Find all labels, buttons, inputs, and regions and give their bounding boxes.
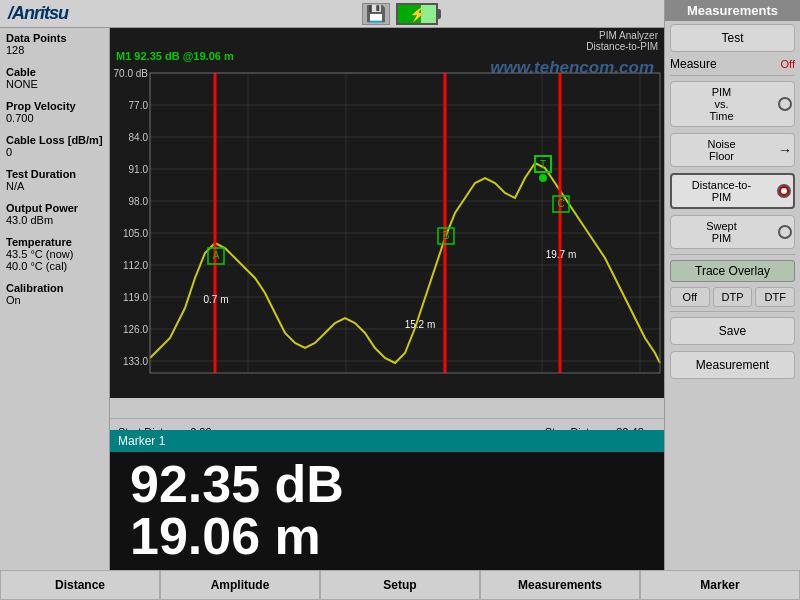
temperature-item: Temperature 43.5 °C (now) 40.0 °C (cal): [6, 236, 103, 272]
divider-3: [670, 311, 795, 312]
measurement-button[interactable]: Measurement: [670, 351, 795, 379]
output-power-item: Output Power 43.0 dBm: [6, 202, 103, 226]
pim-vs-time-radio[interactable]: [778, 97, 792, 111]
trace-overlay-label: Trace Overlay: [695, 264, 770, 278]
cable-item: Cable NONE: [6, 66, 103, 90]
measure-label: Measure: [670, 57, 777, 71]
svg-text:126.0: 126.0: [123, 324, 148, 335]
svg-text:77.0: 77.0: [129, 100, 149, 111]
prop-velocity-item: Prop Velocity 0.700: [6, 100, 103, 124]
svg-text:84.0: 84.0: [129, 132, 149, 143]
svg-point-40: [539, 174, 547, 182]
tab-distance[interactable]: Distance: [0, 570, 160, 600]
measure-row: Measure Off: [670, 57, 795, 71]
data-points-value: 128: [6, 44, 103, 56]
prop-velocity-value: 0.700: [6, 112, 103, 124]
tab-marker[interactable]: Marker: [640, 570, 800, 600]
svg-text:133.0: 133.0: [123, 356, 148, 367]
off-trace-button[interactable]: Off: [670, 287, 710, 307]
marker-m-value: 19.06 m: [130, 510, 321, 562]
svg-text:91.0: 91.0: [129, 164, 149, 175]
calibration-item: Calibration On: [6, 282, 103, 306]
battery-indicator: ⚡: [396, 3, 438, 25]
marker-db-value: 92.35 dB: [130, 458, 344, 510]
svg-text:105.0: 105.0: [123, 228, 148, 239]
noise-floor-button[interactable]: NoiseFloor →: [670, 133, 795, 167]
svg-text:119.0: 119.0: [123, 292, 148, 303]
save-button[interactable]: Save: [670, 317, 795, 345]
svg-text:A: A: [213, 250, 220, 261]
temperature-label: Temperature: [6, 236, 103, 248]
measure-value[interactable]: Off: [781, 58, 795, 70]
marker-info-header: Marker 1: [110, 430, 664, 452]
data-points-item: Data Points 128: [6, 32, 103, 56]
prop-velocity-label: Prop Velocity: [6, 100, 103, 112]
save-icon[interactable]: 💾: [362, 3, 390, 25]
cable-loss-item: Cable Loss [dB/m] 0: [6, 134, 103, 158]
bottom-tabs: Distance Amplitude Setup Measurements Ma…: [0, 570, 800, 600]
test-duration-label: Test Duration: [6, 168, 103, 180]
cable-loss-label: Cable Loss [dB/m]: [6, 134, 103, 146]
divider-1: [670, 75, 795, 76]
svg-text:C: C: [557, 198, 564, 209]
right-panel-title: Measurements: [665, 0, 800, 21]
noise-floor-label: NoiseFloor: [673, 138, 770, 162]
chart-svg[interactable]: 70.0 dB 77.0 84.0 91.0 98.0 105.0 112.0 …: [110, 28, 664, 398]
chart-container: PIM Analyzer Distance-to-PIM M1 92.35 dB…: [110, 28, 664, 398]
svg-text:98.0: 98.0: [129, 196, 149, 207]
svg-text:70.0 dB: 70.0 dB: [114, 68, 149, 79]
cable-value: NONE: [6, 78, 103, 90]
trace-buttons-row: Off DTP DTF: [670, 287, 795, 307]
swept-pim-button[interactable]: SweptPIM: [670, 215, 795, 249]
right-panel: Measurements Test Measure Off PIMvs.Time…: [664, 0, 800, 600]
distance-to-pim-radio[interactable]: [777, 184, 791, 198]
logo: /Anritsu: [0, 3, 76, 24]
output-power-label: Output Power: [6, 202, 103, 214]
pim-vs-time-button[interactable]: PIMvs.Time: [670, 81, 795, 127]
test-button[interactable]: Test: [670, 24, 795, 52]
svg-text:0.7 m: 0.7 m: [203, 294, 228, 305]
divider-2: [670, 254, 795, 255]
distance-to-pim-button[interactable]: Distance-to-PIM: [670, 173, 795, 209]
tab-amplitude[interactable]: Amplitude: [160, 570, 320, 600]
svg-text:B: B: [443, 230, 450, 241]
swept-pim-radio[interactable]: [778, 225, 792, 239]
marker-info-area: Marker 1 92.35 dB 19.06 m: [110, 430, 664, 570]
tab-setup[interactable]: Setup: [320, 570, 480, 600]
output-power-value: 43.0 dBm: [6, 214, 103, 226]
cable-label: Cable: [6, 66, 103, 78]
svg-text:19.7 m: 19.7 m: [546, 249, 577, 260]
header-icons: 💾 ⚡: [362, 3, 438, 25]
temperature-now: 43.5 °C (now): [6, 248, 103, 260]
data-points-label: Data Points: [6, 32, 103, 44]
left-panel: Data Points 128 Cable NONE Prop Velocity…: [0, 28, 110, 600]
lightning-icon: ⚡: [409, 6, 426, 22]
test-duration-value: N/A: [6, 180, 103, 192]
dtf-trace-button[interactable]: DTF: [755, 287, 795, 307]
dtp-trace-button[interactable]: DTP: [713, 287, 753, 307]
trace-overlay-section: Trace Overlay: [670, 260, 795, 282]
cable-loss-value: 0: [6, 146, 103, 158]
calibration-label: Calibration: [6, 282, 103, 294]
swept-pim-label: SweptPIM: [673, 220, 770, 244]
distance-to-pim-label: Distance-to-PIM: [674, 179, 769, 203]
svg-text:15.2 m: 15.2 m: [405, 319, 436, 330]
temperature-cal: 40.0 °C (cal): [6, 260, 103, 272]
marker-values: 92.35 dB 19.06 m: [110, 452, 664, 568]
pim-vs-time-label: PIMvs.Time: [673, 86, 770, 122]
noise-floor-arrow: →: [778, 142, 792, 158]
svg-text:112.0: 112.0: [123, 260, 148, 271]
test-duration-item: Test Duration N/A: [6, 168, 103, 192]
svg-text:T: T: [540, 159, 546, 170]
tab-measurements[interactable]: Measurements: [480, 570, 640, 600]
calibration-value: On: [6, 294, 103, 306]
